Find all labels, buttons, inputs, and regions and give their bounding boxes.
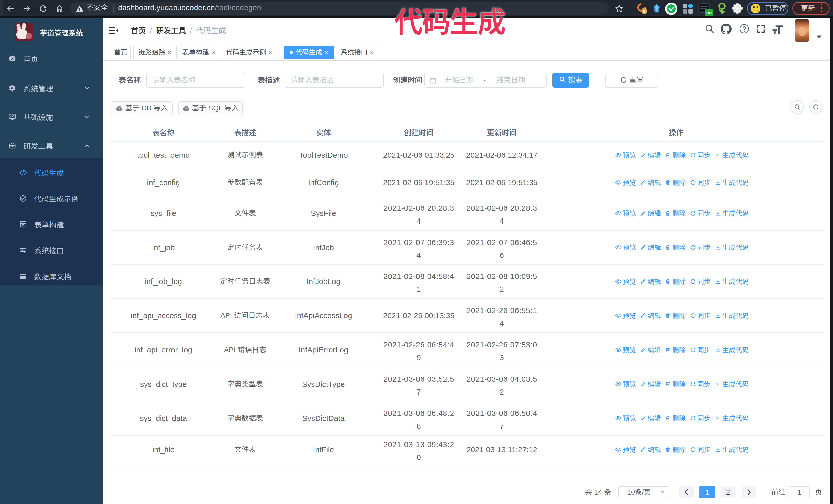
svg-text:on: on [706,10,712,15]
